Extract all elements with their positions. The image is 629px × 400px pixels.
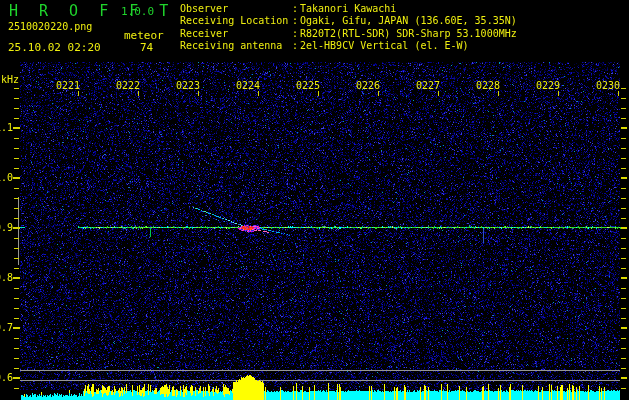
spectrogram-canvas	[0, 0, 629, 400]
hrofft-window: H R O F F T 1.0.0 2510020220.png meteor …	[0, 0, 629, 400]
